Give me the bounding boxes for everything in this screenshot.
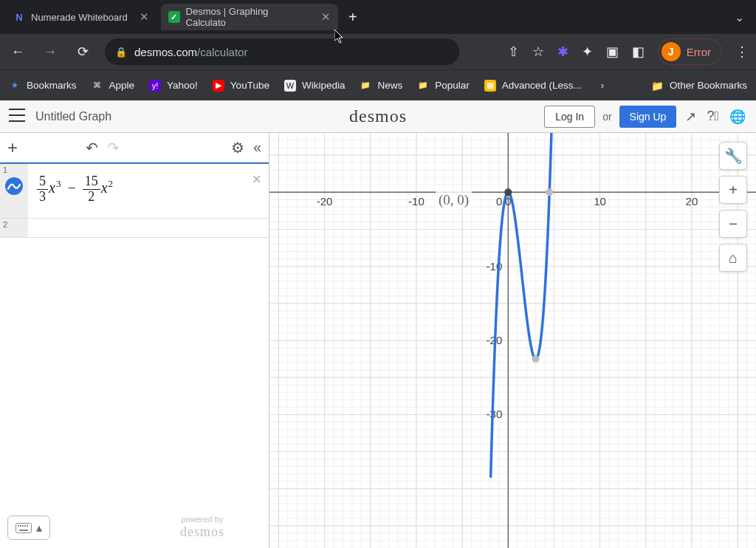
favicon-numerade: N [13,11,25,23]
cast-icon[interactable]: ▣ [606,44,619,60]
tab-numerade[interactable]: N Numerade Whiteboard ✕ [6,4,157,30]
reload-button[interactable]: ⟳ [72,41,93,62]
expression-color-icon[interactable] [5,177,23,195]
lock-icon: 🔒 [115,47,127,58]
close-icon[interactable]: ✕ [321,10,331,24]
svg-text:-30: -30 [487,408,503,420]
zoom-in-button[interactable]: + [719,176,747,204]
bookmark-advanced[interactable]: ▦Advanced (Less... [484,80,582,92]
powered-by: powered by desmos [180,515,224,541]
url-path: /calculator [197,46,247,58]
help-icon[interactable]: ?⃝ [705,109,721,124]
profile-label: Error [687,46,711,58]
or-text: or [602,111,611,123]
tab-strip: N Numerade Whiteboard ✕ ✓ Desmos | Graph… [0,0,756,34]
address-bar[interactable]: 🔒 desmos.com/calculator [105,38,459,65]
undo-button[interactable]: ↶ [86,139,98,157]
chevron-up-icon: ▴ [36,521,42,535]
other-bookmarks[interactable]: 📁Other Bookmarks [651,80,747,92]
star-icon[interactable]: ☆ [532,44,544,60]
expression-input[interactable]: 53x3 − 152x2 [28,164,269,218]
bookmark-yahoo[interactable]: y!Yahoo! [149,80,198,92]
svg-rect-2 [18,525,19,527]
tab-label: Numerade Whiteboard [31,12,128,23]
zoom-out-button[interactable]: − [719,210,747,238]
login-button[interactable]: Log In [544,106,595,128]
add-expression-button[interactable]: + [7,137,18,158]
bookmark-bookmarks[interactable]: ★Bookmarks [9,80,77,92]
expression-row-1[interactable]: 1 53x3 − 152x2 × [0,162,269,219]
share-icon[interactable]: ⇧ [508,44,519,60]
bookmarks-overflow[interactable]: › [601,80,605,91]
expression-gutter[interactable]: 1 [0,164,28,218]
graph-area[interactable]: -20-10010200-10-20-30 (0, 0) 🔧 + − ⌂ [269,133,756,548]
graph-canvas[interactable]: -20-10010200-10-20-30 [269,133,756,548]
desmos-logo: desmos [349,106,407,126]
wrench-button[interactable]: 🔧 [719,142,747,170]
close-icon[interactable]: ✕ [140,10,149,24]
extension-icon[interactable]: ✱ [557,44,568,60]
bookmark-popular[interactable]: 📁Popular [417,80,470,92]
expression-row-2[interactable]: 2 [0,219,269,238]
bookmark-news[interactable]: 📁News [360,80,402,92]
delete-expression-button[interactable]: × [252,170,261,189]
bookmark-apple[interactable]: ⌘Apple [92,80,135,92]
bookmark-wikipedia[interactable]: WWikipedia [284,80,346,92]
keyboard-toggle[interactable]: ▴ [7,516,50,540]
tab-label: Desmos | Graphing Calculato [186,6,309,28]
expression-input[interactable] [28,219,269,237]
redo-button[interactable]: ↷ [107,139,120,157]
svg-text:20: 20 [686,195,698,208]
desmos-header: Untitled Graph desmos Log In or Sign Up … [0,100,756,133]
url-domain: desmos.com [134,46,197,58]
point-label: (0, 0) [436,191,472,209]
svg-point-154 [546,188,553,196]
tabs-dropdown[interactable]: ⌄ [729,7,750,27]
menu-icon[interactable]: ⋮ [735,44,749,60]
profile-chip[interactable]: J Error [658,38,722,65]
graph-controls: 🔧 + − ⌂ [719,142,747,272]
extensions-icon[interactable]: ✦ [582,44,593,60]
svg-point-152 [504,188,512,196]
svg-text:10: 10 [594,195,606,208]
settings-icon[interactable]: ⚙ [231,139,244,157]
forward-button[interactable]: → [40,41,61,62]
svg-text:0: 0 [496,195,502,208]
sidepanel-icon[interactable]: ◧ [632,44,645,60]
bookmark-youtube[interactable]: ▶YouTube [213,80,269,92]
language-icon[interactable]: 🌐 [728,109,747,125]
share-icon[interactable]: ↗ [684,109,698,125]
back-button[interactable]: ← [7,41,28,62]
svg-point-153 [532,355,540,363]
row-index: 1 [3,165,7,174]
browser-toolbar: ← → ⟳ 🔒 desmos.com/calculator ⇧ ☆ ✱ ✦ ▣ … [0,34,756,69]
svg-rect-1 [16,523,32,532]
collapse-panel-button[interactable]: « [253,139,261,157]
svg-rect-3 [20,525,21,527]
row-index: 2 [3,220,7,229]
avatar: J [662,42,681,61]
home-button[interactable]: ⌂ [719,244,747,272]
new-tab-button[interactable]: + [343,7,363,27]
svg-text:-20: -20 [317,195,333,208]
menu-button[interactable] [9,109,27,125]
expression-toolbar: + ↶ ↷ ⚙ « [0,133,269,162]
svg-rect-6 [27,525,28,527]
signup-button[interactable]: Sign Up [619,106,677,128]
graph-title[interactable]: Untitled Graph [35,110,111,123]
favicon-desmos: ✓ [168,11,180,23]
svg-rect-5 [24,525,26,527]
bookmarks-bar: ★Bookmarks ⌘Apple y!Yahoo! ▶YouTube WWik… [0,69,756,100]
tab-desmos[interactable]: ✓ Desmos | Graphing Calculato ✕ [161,4,338,30]
expression-panel: + ↶ ↷ ⚙ « 1 53x3 − 152x2 [0,133,269,548]
svg-text:-10: -10 [408,195,425,208]
svg-rect-4 [22,525,24,527]
svg-rect-7 [19,530,28,531]
